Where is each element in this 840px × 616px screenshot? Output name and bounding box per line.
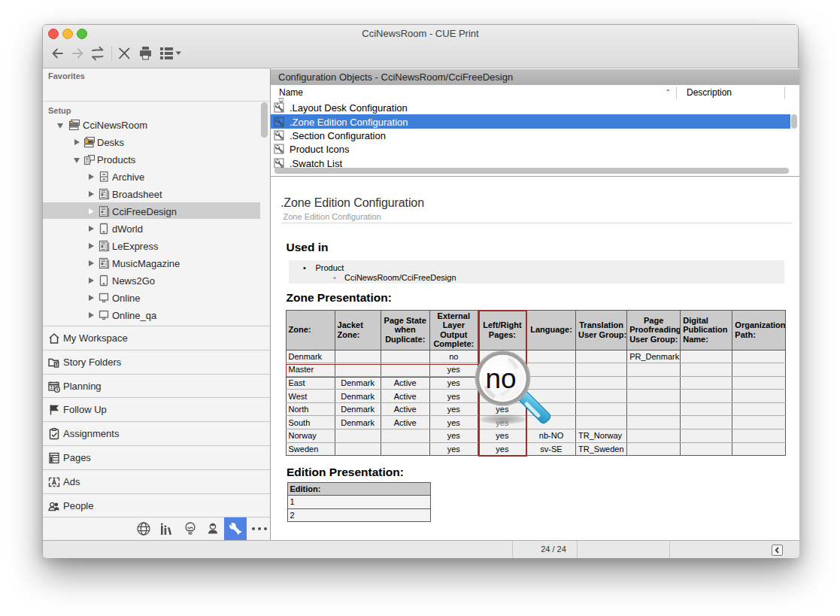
- svg-text:no: no: [485, 363, 516, 394]
